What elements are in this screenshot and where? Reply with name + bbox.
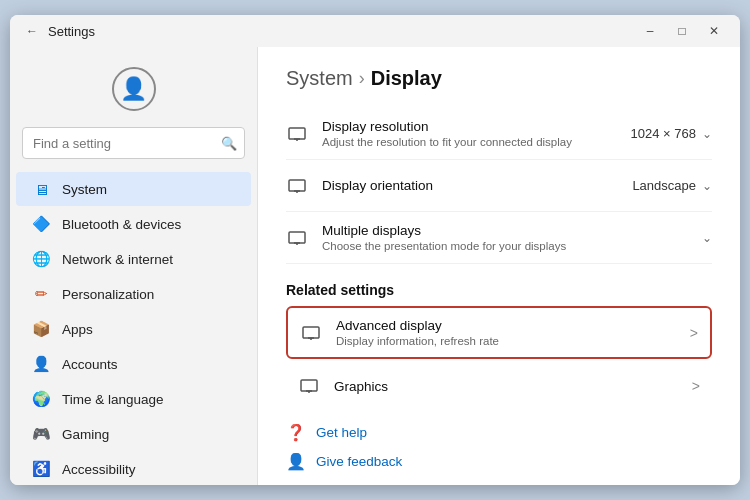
setting-row-multiple[interactable]: Multiple displays Choose the presentatio…: [286, 212, 712, 264]
related-settings-heading: Related settings: [286, 282, 712, 298]
related-icon-advanced-display: [300, 322, 322, 344]
nav-label-gaming: Gaming: [62, 427, 109, 442]
setting-value-multiple[interactable]: ⌄: [702, 231, 712, 245]
settings-window: ← Settings – □ ✕ 👤 🔍 🖥 System 🔷 Blueto: [10, 15, 740, 485]
nav-label-bluetooth: Bluetooth & devices: [62, 217, 181, 232]
window-title: Settings: [48, 24, 95, 39]
setting-subtitle-multiple: Choose the presentation mode for your di…: [322, 240, 566, 252]
nav-icon-apps: 📦: [32, 320, 50, 338]
nav-label-apps: Apps: [62, 322, 93, 337]
nav-label-accessibility: Accessibility: [62, 462, 136, 477]
related-left-advanced-display: Advanced display Display information, re…: [300, 318, 499, 347]
user-icon: 👤: [120, 76, 147, 102]
setting-text-orientation: Display orientation: [322, 178, 433, 193]
dropdown-arrow-multiple: ⌄: [702, 231, 712, 245]
svg-rect-9: [303, 327, 319, 338]
nav-label-accounts: Accounts: [62, 357, 118, 372]
chevron-icon-graphics: >: [692, 378, 700, 394]
nav-label-time: Time & language: [62, 392, 164, 407]
nav-icon-system: 🖥: [32, 180, 50, 198]
setting-left-orientation: Display orientation: [286, 175, 433, 197]
nav-icon-network: 🌐: [32, 250, 50, 268]
dropdown-arrow-orientation: ⌄: [702, 179, 712, 193]
window-controls: – □ ✕: [636, 21, 728, 41]
sidebar-item-accounts[interactable]: 👤 Accounts: [16, 347, 251, 381]
related-item-graphics[interactable]: Graphics >: [286, 365, 712, 407]
settings-list: Display resolution Adjust the resolution…: [286, 108, 712, 264]
svg-rect-3: [289, 180, 305, 191]
related-text-advanced-display: Advanced display Display information, re…: [336, 318, 499, 347]
setting-value-text-orientation: Landscape: [632, 178, 696, 193]
nav-label-network: Network & internet: [62, 252, 173, 267]
sidebar-item-personalization[interactable]: ✏ Personalization: [16, 277, 251, 311]
link-give-feedback[interactable]: 👤 Give feedback: [286, 452, 712, 471]
setting-left-resolution: Display resolution Adjust the resolution…: [286, 119, 572, 148]
sidebar-item-system[interactable]: 🖥 System: [16, 172, 251, 206]
nav-list: 🖥 System 🔷 Bluetooth & devices 🌐 Network…: [10, 171, 257, 485]
title-bar-left: ← Settings: [26, 24, 95, 39]
breadcrumb: System › Display: [286, 67, 712, 90]
sidebar: 👤 🔍 🖥 System 🔷 Bluetooth & devices 🌐 Net…: [10, 47, 258, 485]
setting-value-text-resolution: 1024 × 768: [631, 126, 696, 141]
setting-title-orientation: Display orientation: [322, 178, 433, 193]
svg-rect-12: [301, 380, 317, 391]
nav-icon-accessibility: ♿: [32, 460, 50, 478]
nav-icon-bluetooth: 🔷: [32, 215, 50, 233]
minimize-button[interactable]: –: [636, 21, 664, 41]
nav-icon-gaming: 🎮: [32, 425, 50, 443]
setting-icon-resolution: [286, 123, 308, 145]
links-section: ❓ Get help 👤 Give feedback: [286, 423, 712, 471]
related-title-graphics: Graphics: [334, 379, 388, 394]
setting-title-multiple: Multiple displays: [322, 223, 566, 238]
link-label-get-help: Get help: [316, 425, 367, 440]
setting-row-resolution[interactable]: Display resolution Adjust the resolution…: [286, 108, 712, 160]
breadcrumb-separator: ›: [359, 68, 365, 89]
related-title-advanced-display: Advanced display: [336, 318, 499, 333]
svg-rect-6: [289, 232, 305, 243]
close-button[interactable]: ✕: [700, 21, 728, 41]
setting-row-orientation[interactable]: Display orientation Landscape ⌄: [286, 160, 712, 212]
related-icon-graphics: [298, 375, 320, 397]
title-bar: ← Settings – □ ✕: [10, 15, 740, 47]
related-text-graphics: Graphics: [334, 379, 388, 394]
breadcrumb-current: Display: [371, 67, 442, 90]
avatar[interactable]: 👤: [112, 67, 156, 111]
setting-value-orientation[interactable]: Landscape ⌄: [632, 178, 712, 193]
setting-left-multiple: Multiple displays Choose the presentatio…: [286, 223, 566, 252]
link-icon-get-help: ❓: [286, 423, 306, 442]
search-container: 🔍: [22, 127, 245, 159]
main-panel: System › Display Display resolution Adju…: [258, 47, 740, 485]
search-icon: 🔍: [221, 136, 237, 151]
content-area: 👤 🔍 🖥 System 🔷 Bluetooth & devices 🌐 Net…: [10, 47, 740, 485]
breadcrumb-parent: System: [286, 67, 353, 90]
setting-icon-orientation: [286, 175, 308, 197]
search-input[interactable]: [22, 127, 245, 159]
link-icon-give-feedback: 👤: [286, 452, 306, 471]
sidebar-item-apps[interactable]: 📦 Apps: [16, 312, 251, 346]
link-label-give-feedback: Give feedback: [316, 454, 402, 469]
nav-icon-accounts: 👤: [32, 355, 50, 373]
setting-text-resolution: Display resolution Adjust the resolution…: [322, 119, 572, 148]
related-item-advanced-display[interactable]: Advanced display Display information, re…: [286, 306, 712, 359]
svg-rect-0: [289, 128, 305, 139]
user-avatar-section: 👤: [10, 55, 257, 127]
sidebar-item-time[interactable]: 🌍 Time & language: [16, 382, 251, 416]
related-settings-list: Advanced display Display information, re…: [286, 306, 712, 407]
dropdown-arrow-resolution: ⌄: [702, 127, 712, 141]
setting-icon-multiple: [286, 227, 308, 249]
nav-icon-time: 🌍: [32, 390, 50, 408]
related-subtitle-advanced-display: Display information, refresh rate: [336, 335, 499, 347]
nav-icon-personalization: ✏: [32, 285, 50, 303]
back-button[interactable]: ←: [26, 24, 38, 38]
related-left-graphics: Graphics: [298, 375, 388, 397]
sidebar-item-gaming[interactable]: 🎮 Gaming: [16, 417, 251, 451]
nav-label-system: System: [62, 182, 107, 197]
sidebar-item-network[interactable]: 🌐 Network & internet: [16, 242, 251, 276]
setting-value-resolution[interactable]: 1024 × 768 ⌄: [631, 126, 712, 141]
maximize-button[interactable]: □: [668, 21, 696, 41]
link-get-help[interactable]: ❓ Get help: [286, 423, 712, 442]
setting-title-resolution: Display resolution: [322, 119, 572, 134]
sidebar-item-bluetooth[interactable]: 🔷 Bluetooth & devices: [16, 207, 251, 241]
sidebar-item-accessibility[interactable]: ♿ Accessibility: [16, 452, 251, 485]
nav-label-personalization: Personalization: [62, 287, 154, 302]
